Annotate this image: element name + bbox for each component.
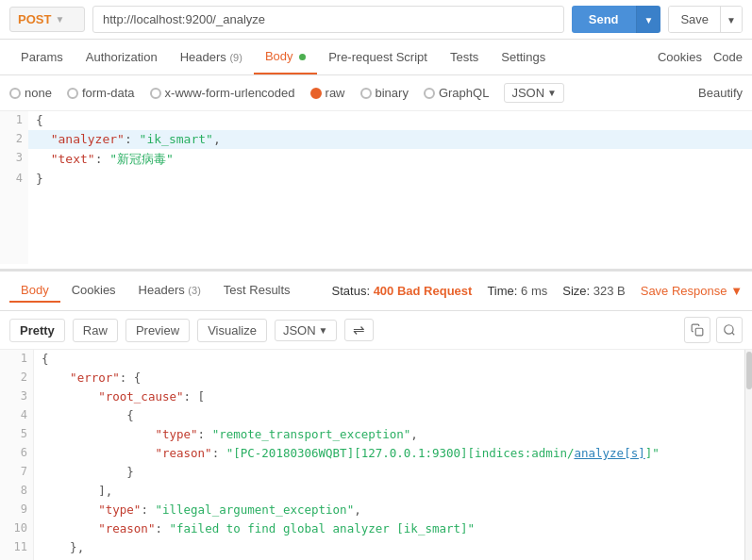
resp-tab-body[interactable]: Body xyxy=(9,279,60,303)
subtab-pretty[interactable]: Pretty xyxy=(9,319,65,342)
copy-icon[interactable] xyxy=(684,317,710,343)
body-format-dropdown[interactable]: JSON ▼ xyxy=(504,83,564,103)
radio-binary-icon xyxy=(360,88,372,99)
size-value: 323 B xyxy=(593,284,626,298)
request-tabs: Params Authorization Headers (9) Body Pr… xyxy=(0,40,752,75)
url-input[interactable] xyxy=(92,6,564,33)
resp-line-2: 2 "error": { xyxy=(0,369,752,387)
radio-graphql-icon xyxy=(424,88,435,99)
request-code-editor[interactable]: 1 { 2 "analyzer": "ik_smart", 3 "text": … xyxy=(0,111,752,272)
body-options-bar: none form-data x-www-form-urlencoded raw… xyxy=(0,75,752,111)
code-line-3: 3 "text": "新冠病毒" xyxy=(0,149,752,170)
tab-tests[interactable]: Tests xyxy=(439,41,490,74)
response-format-dropdown[interactable]: JSON ▼ xyxy=(275,320,337,341)
nav-right-links: Cookies Code xyxy=(658,50,743,64)
code-line-1: 1 { xyxy=(0,111,752,130)
option-graphql[interactable]: GraphQL xyxy=(424,86,489,100)
resp-line-11: 11 }, xyxy=(0,538,752,557)
resp-line-3: 3 "root_cause": [ xyxy=(0,387,752,406)
save-main-button[interactable]: Save xyxy=(669,7,720,32)
option-raw[interactable]: raw xyxy=(310,86,345,100)
code-line-empty xyxy=(0,189,752,264)
tab-body[interactable]: Body xyxy=(254,40,317,74)
svg-rect-0 xyxy=(695,328,703,336)
resp-line-8: 8 ], xyxy=(0,482,752,501)
search-icon[interactable] xyxy=(716,317,743,343)
save-dropdown-button[interactable]: ▼ xyxy=(720,7,742,32)
resp-format-dropdown-icon: ▼ xyxy=(319,325,328,336)
resp-line-6: 6 "reason": "[PC-20180306WQBT][127.0.0.1… xyxy=(0,444,752,463)
radio-none-icon xyxy=(9,88,21,99)
tab-headers[interactable]: Headers (9) xyxy=(169,41,254,74)
subtab-visualize[interactable]: Visualize xyxy=(197,319,267,342)
code-line-4: 4 } xyxy=(0,170,752,189)
cookies-link[interactable]: Cookies xyxy=(658,50,702,64)
tab-authorization[interactable]: Authorization xyxy=(75,41,169,74)
radio-formdata-icon xyxy=(67,88,78,99)
method-value: POST xyxy=(18,12,51,26)
radio-urlencoded-icon xyxy=(150,88,161,99)
send-dropdown-button[interactable]: ▼ xyxy=(636,6,661,33)
resp-line-4: 4 { xyxy=(0,406,752,425)
save-response-dropdown-icon: ▼ xyxy=(730,284,743,298)
time-value: 6 ms xyxy=(521,284,547,298)
code-link[interactable]: Code xyxy=(713,50,743,64)
resp-line-1: 1 { xyxy=(0,350,752,369)
tab-settings[interactable]: Settings xyxy=(490,41,557,74)
option-none[interactable]: none xyxy=(9,86,52,100)
send-main-button[interactable]: Send xyxy=(572,6,636,33)
format-dropdown-icon: ▼ xyxy=(547,88,557,98)
tab-prerequest[interactable]: Pre-request Script xyxy=(317,41,439,74)
wrap-icon: ⇌ xyxy=(353,321,365,338)
top-bar: POST ▼ Send ▼ Save ▼ xyxy=(0,0,752,40)
option-form-data[interactable]: form-data xyxy=(67,86,135,100)
response-body: 1 { 2 "error": { 3 "root_cause": [ 4 { 5… xyxy=(0,350,752,560)
save-response-button[interactable]: Save Response ▼ xyxy=(641,284,743,298)
beautify-button[interactable]: Beautify xyxy=(698,86,743,100)
method-dropdown-icon: ▼ xyxy=(55,14,64,25)
code-line-2: 2 "analyzer": "ik_smart", xyxy=(0,130,752,149)
send-button-group: Send ▼ xyxy=(572,6,661,33)
response-status-info: Status: 400 Bad Request Time: 6 ms Size:… xyxy=(332,284,743,298)
scrollbar-track[interactable] xyxy=(744,350,752,560)
radio-raw-icon xyxy=(310,88,322,99)
resp-line-7: 7 } xyxy=(0,463,752,482)
resp-line-10: 10 "reason": "failed to find global anal… xyxy=(0,519,752,538)
subtab-preview[interactable]: Preview xyxy=(125,319,190,342)
save-dropdown-icon: ▼ xyxy=(727,15,736,25)
option-urlencoded[interactable]: x-www-form-urlencoded xyxy=(150,86,295,100)
tab-params[interactable]: Params xyxy=(9,41,75,74)
option-binary[interactable]: binary xyxy=(360,86,409,100)
status-value: 400 Bad Request xyxy=(374,284,473,298)
resp-tab-headers[interactable]: Headers (3) xyxy=(127,279,212,303)
response-subtabs: Pretty Raw Preview Visualize JSON ▼ ⇌ xyxy=(0,311,752,350)
response-tabs: Body Cookies Headers (3) Test Results xyxy=(9,279,302,303)
method-selector[interactable]: POST ▼ xyxy=(9,7,85,32)
response-action-icons xyxy=(684,317,743,343)
scrollbar-thumb[interactable] xyxy=(746,352,752,389)
svg-point-1 xyxy=(725,325,733,334)
response-bar: Body Cookies Headers (3) Test Results St… xyxy=(0,272,752,311)
wrap-button[interactable]: ⇌ xyxy=(344,319,374,341)
resp-line-5: 5 "type": "remote_transport_exception", xyxy=(0,425,752,444)
resp-tab-cookies[interactable]: Cookies xyxy=(60,279,127,303)
send-dropdown-icon: ▼ xyxy=(644,15,654,25)
subtab-raw[interactable]: Raw xyxy=(73,319,118,342)
save-button-group: Save ▼ xyxy=(668,6,743,33)
resp-line-9: 9 "type": "illegal_argument_exception", xyxy=(0,501,752,519)
resp-tab-test-results[interactable]: Test Results xyxy=(212,279,302,303)
svg-line-2 xyxy=(732,333,735,336)
body-dot xyxy=(299,54,306,60)
